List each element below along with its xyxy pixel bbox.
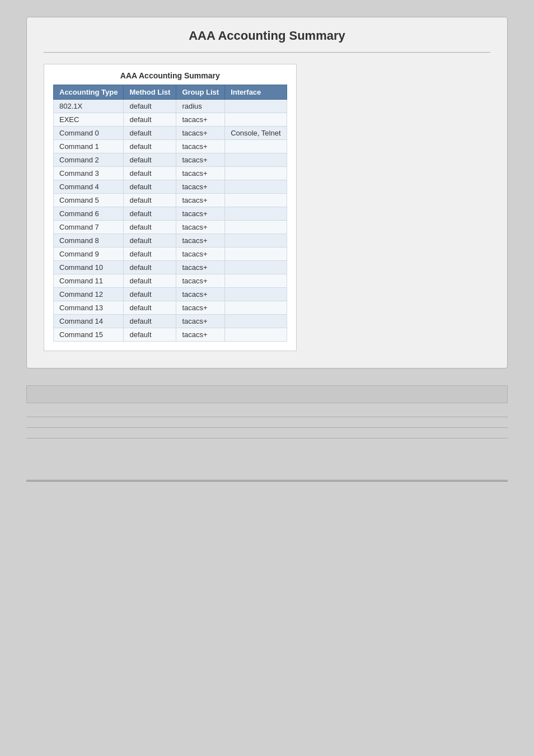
cell-interface bbox=[225, 315, 287, 328]
cell-accounting_type: Command 13 bbox=[54, 301, 124, 315]
cell-group_list: tacacs+ bbox=[176, 234, 225, 248]
cell-accounting_type: Command 6 bbox=[54, 207, 124, 221]
cell-method_list: default bbox=[124, 194, 176, 207]
cell-interface bbox=[225, 248, 287, 261]
cell-accounting_type: Command 9 bbox=[54, 248, 124, 261]
cell-interface bbox=[225, 301, 287, 315]
title-divider bbox=[44, 52, 490, 53]
table-row: EXECdefaulttacacs+ bbox=[54, 113, 287, 127]
table-row: 802.1Xdefaultradius bbox=[54, 100, 287, 113]
table-section-title: AAA Accounting Summary bbox=[53, 71, 287, 80]
table-row: Command 3defaulttacacs+ bbox=[54, 167, 287, 180]
bottom-section bbox=[26, 385, 508, 482]
cell-interface bbox=[225, 167, 287, 180]
cell-method_list: default bbox=[124, 207, 176, 221]
cell-method_list: default bbox=[124, 140, 176, 153]
col-header-interface: Interface bbox=[225, 85, 287, 100]
cell-interface bbox=[225, 153, 287, 167]
cell-accounting_type: Command 12 bbox=[54, 288, 124, 301]
cell-group_list: tacacs+ bbox=[176, 207, 225, 221]
cell-interface bbox=[225, 261, 287, 274]
cell-group_list: tacacs+ bbox=[176, 261, 225, 274]
cell-accounting_type: Command 3 bbox=[54, 167, 124, 180]
col-header-group-list: Group List bbox=[176, 85, 225, 100]
cell-method_list: default bbox=[124, 153, 176, 167]
table-row: Command 1defaulttacacs+ bbox=[54, 140, 287, 153]
cell-interface bbox=[225, 221, 287, 234]
cell-method_list: default bbox=[124, 288, 176, 301]
cell-interface bbox=[225, 100, 287, 113]
table-row: Command 4defaulttacacs+ bbox=[54, 180, 287, 194]
cell-group_list: tacacs+ bbox=[176, 180, 225, 194]
table-row: Command 2defaulttacacs+ bbox=[54, 153, 287, 167]
table-row: Command 11defaulttacacs+ bbox=[54, 274, 287, 288]
cell-method_list: default bbox=[124, 274, 176, 288]
cell-method_list: default bbox=[124, 328, 176, 342]
cell-group_list: tacacs+ bbox=[176, 328, 225, 342]
cell-interface bbox=[225, 207, 287, 221]
table-row: Command 9defaulttacacs+ bbox=[54, 248, 287, 261]
accounting-table: Accounting Type Method List Group List I… bbox=[53, 85, 287, 342]
cell-group_list: tacacs+ bbox=[176, 153, 225, 167]
cell-accounting_type: Command 15 bbox=[54, 328, 124, 342]
cell-interface bbox=[225, 288, 287, 301]
table-row: Command 10defaulttacacs+ bbox=[54, 261, 287, 274]
cell-method_list: default bbox=[124, 167, 176, 180]
cell-accounting_type: 802.1X bbox=[54, 100, 124, 113]
table-row: Command 14defaulttacacs+ bbox=[54, 315, 287, 328]
bottom-double-line bbox=[26, 480, 508, 482]
cell-group_list: radius bbox=[176, 100, 225, 113]
cell-method_list: default bbox=[124, 100, 176, 113]
cell-accounting_type: Command 4 bbox=[54, 180, 124, 194]
cell-group_list: tacacs+ bbox=[176, 288, 225, 301]
main-card: AAA Accounting Summary AAA Accounting Su… bbox=[26, 17, 508, 368]
cell-method_list: default bbox=[124, 261, 176, 274]
cell-group_list: tacacs+ bbox=[176, 127, 225, 140]
table-row: Command 15defaulttacacs+ bbox=[54, 328, 287, 342]
bottom-line-1 bbox=[26, 417, 508, 417]
cell-interface bbox=[225, 180, 287, 194]
table-row: Command 5defaulttacacs+ bbox=[54, 194, 287, 207]
cell-group_list: tacacs+ bbox=[176, 248, 225, 261]
cell-group_list: tacacs+ bbox=[176, 315, 225, 328]
table-row: Command 8defaulttacacs+ bbox=[54, 234, 287, 248]
cell-group_list: tacacs+ bbox=[176, 113, 225, 127]
page-title: AAA Accounting Summary bbox=[44, 29, 490, 43]
cell-group_list: tacacs+ bbox=[176, 140, 225, 153]
cell-group_list: tacacs+ bbox=[176, 167, 225, 180]
bottom-line-2 bbox=[26, 427, 508, 428]
bottom-gray-bar bbox=[26, 385, 508, 403]
cell-method_list: default bbox=[124, 248, 176, 261]
cell-interface bbox=[225, 140, 287, 153]
cell-method_list: default bbox=[124, 113, 176, 127]
cell-interface bbox=[225, 274, 287, 288]
cell-accounting_type: EXEC bbox=[54, 113, 124, 127]
cell-method_list: default bbox=[124, 221, 176, 234]
cell-accounting_type: Command 0 bbox=[54, 127, 124, 140]
cell-method_list: default bbox=[124, 301, 176, 315]
cell-accounting_type: Command 8 bbox=[54, 234, 124, 248]
cell-method_list: default bbox=[124, 315, 176, 328]
table-row: Command 6defaulttacacs+ bbox=[54, 207, 287, 221]
table-section: AAA Accounting Summary Accounting Type M… bbox=[44, 64, 297, 351]
cell-accounting_type: Command 1 bbox=[54, 140, 124, 153]
cell-interface bbox=[225, 234, 287, 248]
cell-group_list: tacacs+ bbox=[176, 194, 225, 207]
cell-method_list: default bbox=[124, 234, 176, 248]
cell-method_list: default bbox=[124, 180, 176, 194]
col-header-accounting-type: Accounting Type bbox=[54, 85, 124, 100]
bottom-line-3 bbox=[26, 438, 508, 438]
table-row: Command 12defaulttacacs+ bbox=[54, 288, 287, 301]
cell-group_list: tacacs+ bbox=[176, 221, 225, 234]
cell-accounting_type: Command 5 bbox=[54, 194, 124, 207]
cell-interface bbox=[225, 328, 287, 342]
cell-interface bbox=[225, 113, 287, 127]
table-row: Command 13defaulttacacs+ bbox=[54, 301, 287, 315]
cell-group_list: tacacs+ bbox=[176, 274, 225, 288]
table-row: Command 0defaulttacacs+Console, Telnet bbox=[54, 127, 287, 140]
cell-group_list: tacacs+ bbox=[176, 301, 225, 315]
cell-accounting_type: Command 11 bbox=[54, 274, 124, 288]
cell-accounting_type: Command 10 bbox=[54, 261, 124, 274]
cell-interface: Console, Telnet bbox=[225, 127, 287, 140]
cell-accounting_type: Command 2 bbox=[54, 153, 124, 167]
